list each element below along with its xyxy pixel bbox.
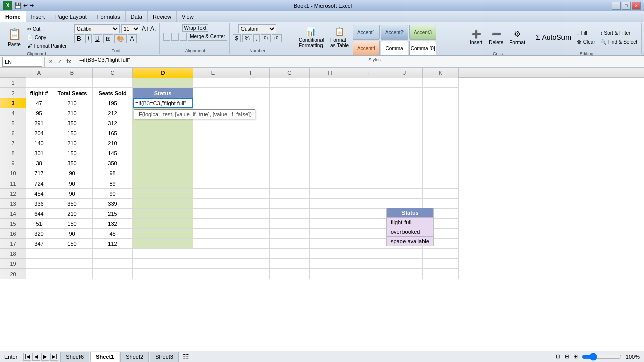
cell-c13[interactable]: 339 (93, 199, 133, 209)
row-header-4[interactable]: 4 (0, 108, 26, 118)
cell-a18[interactable] (26, 249, 52, 259)
cell-j20[interactable] (386, 269, 423, 279)
cell-f3[interactable] (233, 98, 270, 108)
cell-d9[interactable] (133, 158, 193, 168)
cell-i11[interactable] (350, 178, 386, 189)
tab-view[interactable]: View (177, 11, 199, 22)
cell-a7[interactable]: 140 (26, 138, 52, 148)
cell-c20[interactable] (93, 269, 133, 279)
clear-button[interactable]: 🗑 Clear (575, 38, 597, 46)
name-box[interactable] (2, 57, 42, 67)
font-name-select[interactable]: Calibri (74, 24, 120, 33)
col-header-i[interactable]: I (350, 68, 386, 78)
col-header-e[interactable]: E (193, 68, 233, 78)
cell-a10[interactable]: 717 (26, 168, 52, 178)
cell-a20[interactable] (26, 269, 52, 279)
cell-j5[interactable] (386, 118, 423, 128)
undo-icon[interactable]: ↩ (23, 2, 28, 9)
increase-decimal-button[interactable]: .0↑ (261, 34, 271, 42)
cell-g13[interactable] (270, 199, 310, 209)
cell-j3[interactable] (386, 98, 423, 108)
cell-c12[interactable]: 90 (93, 189, 133, 199)
cell-g7[interactable] (270, 138, 310, 148)
row-header-12[interactable]: 12 (0, 189, 26, 199)
cell-a5[interactable]: 291 (26, 118, 52, 128)
cell-c6[interactable]: 165 (93, 128, 133, 138)
delete-button[interactable]: ➖ Delete (486, 24, 506, 50)
cell-f9[interactable] (233, 158, 270, 168)
col-header-k[interactable]: K (423, 68, 459, 78)
cell-k8[interactable] (423, 148, 459, 158)
cell-c1[interactable] (93, 78, 133, 88)
cell-i18[interactable] (350, 249, 386, 259)
copy-button[interactable]: 📄 Copy (25, 33, 69, 41)
cell-a19[interactable] (26, 259, 52, 269)
cell-j12[interactable] (386, 189, 423, 199)
cell-a12[interactable]: 454 (26, 189, 52, 199)
row-header-14[interactable]: 14 (0, 209, 26, 219)
row-header-3[interactable]: 3 (0, 98, 26, 108)
cell-a1[interactable] (26, 78, 52, 88)
cell-f2[interactable] (233, 88, 270, 98)
italic-button[interactable]: I (85, 34, 92, 43)
cell-e11[interactable] (193, 178, 233, 189)
cell-g8[interactable] (270, 148, 310, 158)
zoom-slider[interactable] (582, 353, 622, 361)
cell-k1[interactable] (423, 78, 459, 88)
cell-b4[interactable]: 210 (52, 108, 93, 118)
cell-b7[interactable]: 210 (52, 138, 93, 148)
cell-d10[interactable] (133, 168, 193, 178)
underline-button[interactable]: U (93, 34, 102, 43)
cell-d15[interactable] (133, 219, 193, 229)
cell-a15[interactable]: 51 (26, 219, 52, 229)
tab-sheet2[interactable]: Sheet2 (120, 352, 149, 362)
currency-button[interactable]: $ (233, 34, 241, 42)
cell-d17[interactable] (133, 239, 193, 249)
cell-e13[interactable] (193, 199, 233, 209)
sheet-nav-prev[interactable]: ◀ (32, 353, 40, 361)
cell-j2[interactable] (386, 88, 423, 98)
tab-sheet1[interactable]: Sheet1 (90, 352, 119, 362)
cell-a14[interactable]: 644 (26, 209, 52, 219)
cell-g16[interactable] (270, 229, 310, 239)
cell-i19[interactable] (350, 259, 386, 269)
cell-c4[interactable]: 212 (93, 108, 133, 118)
cell-d2[interactable]: Status (133, 88, 193, 98)
cell-c14[interactable]: 215 (93, 209, 133, 219)
cell-h10[interactable] (310, 168, 350, 178)
cell-j7[interactable] (386, 138, 423, 148)
format-as-table-btn[interactable]: 📋 Formatas Table (328, 24, 351, 50)
cell-b19[interactable] (52, 259, 93, 269)
cell-i10[interactable] (350, 168, 386, 178)
cell-g20[interactable] (270, 269, 310, 279)
cell-g1[interactable] (270, 78, 310, 88)
decrease-decimal-button[interactable]: ↓0. (272, 34, 282, 42)
new-sheet-btn[interactable]: ☷ (180, 353, 192, 361)
align-center-button[interactable]: ≡ (171, 33, 178, 41)
cell-i1[interactable] (350, 78, 386, 88)
cell-b12[interactable]: 90 (52, 189, 93, 199)
cell-b20[interactable] (52, 269, 93, 279)
cell-c18[interactable] (93, 249, 133, 259)
row-header-11[interactable]: 11 (0, 178, 26, 189)
cell-k10[interactable] (423, 168, 459, 178)
col-header-g[interactable]: G (270, 68, 310, 78)
cell-k12[interactable] (423, 189, 459, 199)
cell-g17[interactable] (270, 239, 310, 249)
cell-g2[interactable] (270, 88, 310, 98)
cell-c9[interactable]: 350 (93, 158, 133, 168)
save-icon[interactable]: 💾 (14, 2, 22, 9)
sheet-nav-last[interactable]: ▶| (50, 353, 58, 361)
cell-h4[interactable] (310, 108, 350, 118)
cell-c7[interactable]: 210 (93, 138, 133, 148)
cell-b9[interactable]: 350 (52, 158, 93, 168)
cell-k6[interactable] (423, 128, 459, 138)
tab-formulas[interactable]: Formulas (92, 11, 126, 22)
cell-a13[interactable]: 936 (26, 199, 52, 209)
cell-h18[interactable] (310, 249, 350, 259)
tab-sheet3[interactable]: Sheet3 (150, 352, 179, 362)
align-left-button[interactable]: ≡ (163, 33, 170, 41)
cell-k3[interactable] (423, 98, 459, 108)
cell-f15[interactable] (233, 219, 270, 229)
cell-e5[interactable] (193, 118, 233, 128)
